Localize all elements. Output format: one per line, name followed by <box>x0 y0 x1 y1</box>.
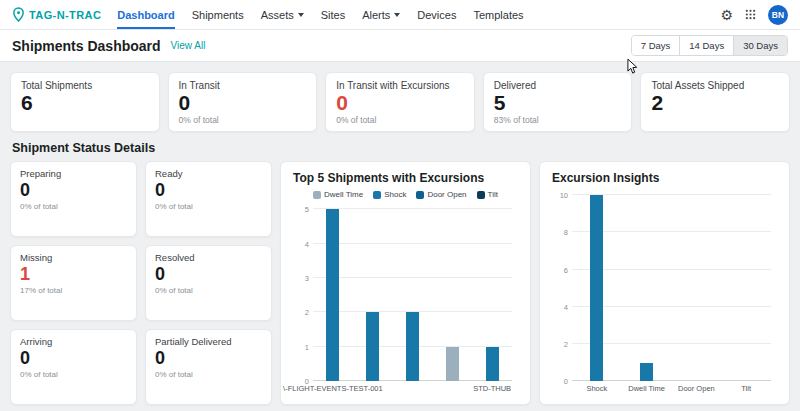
nav-item-sites[interactable]: Sites <box>321 0 345 29</box>
status-value: 1 <box>20 263 127 286</box>
nav-item-label: Dashboard <box>117 9 174 21</box>
legend-item[interactable]: Dwell Time <box>313 190 363 199</box>
nav-item-devices[interactable]: Devices <box>417 0 456 29</box>
chart-legend: Dwell TimeShockDoor OpenTilt <box>293 190 518 199</box>
status-sub: 0% of total <box>155 202 262 211</box>
stat-sub <box>651 115 779 125</box>
status-card-resolved: Resolved 0 0% of total <box>145 245 272 321</box>
view-all-link[interactable]: View All <box>171 40 206 51</box>
gridline <box>313 277 512 278</box>
nav-item-templates[interactable]: Templates <box>473 0 523 29</box>
stat-value: 5 <box>494 91 622 115</box>
bar <box>590 195 603 381</box>
status-label: Missing <box>20 252 127 263</box>
stats-row: Total Shipments 6 In Transit 0 0% of tot… <box>0 62 800 132</box>
stat-sub <box>21 115 149 125</box>
y-axis-label: 10 <box>560 191 568 200</box>
status-sub: 0% of total <box>155 370 262 379</box>
y-axis-label: 0 <box>564 377 568 386</box>
section-title: Shipment Status Details <box>0 132 800 161</box>
avatar[interactable]: BN <box>768 5 788 25</box>
stat-value: 2 <box>651 91 779 115</box>
mouse-cursor <box>627 58 638 75</box>
legend-label: Dwell Time <box>324 190 363 199</box>
legend-label: Shock <box>384 190 406 199</box>
status-sub: 0% of total <box>20 202 127 211</box>
legend-item[interactable]: Tilt <box>477 190 498 199</box>
status-label: Preparing <box>20 168 127 179</box>
bar-chart: 0246810ShockDwell TimeDoor OpenTilt <box>572 195 771 381</box>
nav-item-assets[interactable]: Assets <box>261 0 304 29</box>
stat-sub: 0% of total <box>179 115 307 125</box>
nav-item-label: Alerts <box>362 9 390 21</box>
nav-item-dashboard[interactable]: Dashboard <box>117 0 174 29</box>
stat-label: Delivered <box>494 80 622 91</box>
y-axis-label: 5 <box>305 205 309 214</box>
range-30-days-button[interactable]: 30 Days <box>733 36 787 55</box>
gear-icon[interactable]: ⚙ <box>720 8 733 22</box>
stat-label: Total Assets Shipped <box>651 80 779 91</box>
status-value: 0 <box>20 347 127 370</box>
bar-chart: 012345\-FLIGHT-EVENTS-TEST-001STD-THUB <box>313 209 512 381</box>
app-screen: TAG-N-TRAC Dashboard Shipments Assets Si… <box>0 0 800 411</box>
bar <box>406 312 419 381</box>
status-label: Partially Delivered <box>155 336 262 347</box>
nav-item-shipments[interactable]: Shipments <box>192 0 244 29</box>
y-axis-label: 8 <box>564 228 568 237</box>
status-label: Resolved <box>155 252 262 263</box>
page-title: Shipments Dashboard <box>12 38 161 54</box>
chart-plot-area: 0246810ShockDwell TimeDoor OpenTilt <box>572 195 771 381</box>
time-range-selector: 7 Days 14 Days 30 Days <box>631 35 788 56</box>
chevron-down-icon <box>394 13 400 17</box>
bar <box>366 312 379 381</box>
bar <box>326 209 339 381</box>
range-14-days-button[interactable]: 14 Days <box>679 36 733 55</box>
status-sub: 17% of total <box>20 286 127 295</box>
legend-label: Door Open <box>427 190 466 199</box>
y-axis-label: 4 <box>564 302 568 311</box>
status-card-partially-delivered: Partially Delivered 0 0% of total <box>145 329 272 405</box>
legend-swatch <box>477 191 485 199</box>
nav-item-label: Sites <box>321 9 345 21</box>
status-grid: Preparing 0 0% of total Ready 0 0% of to… <box>10 161 272 405</box>
bar <box>640 363 653 382</box>
nav-item-alerts[interactable]: Alerts <box>362 0 400 29</box>
nav-items: Dashboard Shipments Assets Sites Alerts … <box>117 0 523 29</box>
status-card-arriving: Arriving 0 0% of total <box>10 329 137 405</box>
status-label: Ready <box>155 168 262 179</box>
chart-title: Excursion Insights <box>552 171 777 185</box>
stat-label: In Transit <box>179 80 307 91</box>
status-card-preparing: Preparing 0 0% of total <box>10 161 137 237</box>
stat-value: 0 <box>336 91 464 115</box>
stat-sub: 83% of total <box>494 115 622 125</box>
status-label: Arriving <box>20 336 127 347</box>
y-axis-label: 1 <box>305 342 309 351</box>
legend-swatch <box>373 191 381 199</box>
location-pin-icon <box>12 7 25 22</box>
stat-value: 6 <box>21 91 149 115</box>
stat-card-total-assets-shipped: Total Assets Shipped 2 <box>640 72 790 132</box>
range-7-days-button[interactable]: 7 Days <box>632 36 680 55</box>
chart-title: Top 5 Shipments with Excursions <box>293 171 518 185</box>
stat-label: In Transit with Excursions <box>336 80 464 91</box>
legend-label: Tilt <box>488 190 498 199</box>
legend-swatch <box>416 191 424 199</box>
x-axis-label: Tilt <box>741 384 751 393</box>
y-axis-label: 2 <box>564 339 568 348</box>
logo[interactable]: TAG-N-TRAC <box>12 7 101 22</box>
status-sub: 0% of total <box>155 286 262 295</box>
legend-item[interactable]: Door Open <box>416 190 466 199</box>
stat-card-delivered: Delivered 5 83% of total <box>483 72 633 132</box>
nav-item-label: Shipments <box>192 9 244 21</box>
nav-item-label: Assets <box>261 9 294 21</box>
gridline <box>313 243 512 244</box>
chevron-down-icon <box>298 13 304 17</box>
status-card-missing: Missing 1 17% of total <box>10 245 137 321</box>
logo-text: TAG-N-TRAC <box>29 9 101 21</box>
legend-item[interactable]: Shock <box>373 190 406 199</box>
bar <box>446 347 459 381</box>
x-axis-label: Shock <box>586 384 607 393</box>
apps-grid-icon[interactable] <box>745 9 756 20</box>
top-navigation: TAG-N-TRAC Dashboard Shipments Assets Si… <box>0 0 800 30</box>
status-value: 0 <box>155 263 262 286</box>
